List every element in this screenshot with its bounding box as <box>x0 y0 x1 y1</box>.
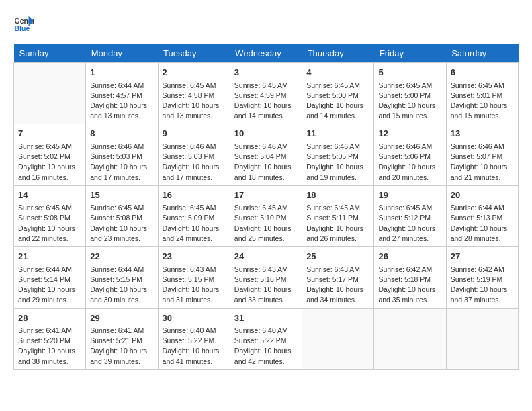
calendar-cell <box>14 63 86 124</box>
calendar-cell: 6Sunrise: 6:45 AM Sunset: 5:01 PM Daylig… <box>446 63 518 124</box>
weekday-header-row: SundayMondayTuesdayWednesdayThursdayFrid… <box>14 44 519 63</box>
calendar-cell: 23Sunrise: 6:43 AM Sunset: 5:15 PM Dayli… <box>158 247 230 308</box>
calendar-cell: 10Sunrise: 6:46 AM Sunset: 5:04 PM Dayli… <box>230 124 302 185</box>
day-number: 21 <box>18 250 81 263</box>
calendar-cell: 28Sunrise: 6:41 AM Sunset: 5:20 PM Dayli… <box>14 308 86 369</box>
weekday-header-thursday: Thursday <box>302 44 374 63</box>
day-info: Sunrise: 6:45 AM Sunset: 5:01 PM Dayligh… <box>451 81 514 122</box>
day-info: Sunrise: 6:46 AM Sunset: 5:03 PM Dayligh… <box>163 142 226 183</box>
calendar-cell: 19Sunrise: 6:45 AM Sunset: 5:12 PM Dayli… <box>374 185 446 246</box>
calendar-cell: 3Sunrise: 6:45 AM Sunset: 4:59 PM Daylig… <box>230 63 302 124</box>
day-info: Sunrise: 6:45 AM Sunset: 5:12 PM Dayligh… <box>378 203 441 244</box>
day-number: 12 <box>378 127 441 140</box>
calendar-cell: 31Sunrise: 6:40 AM Sunset: 5:22 PM Dayli… <box>230 308 302 369</box>
calendar-cell: 26Sunrise: 6:42 AM Sunset: 5:18 PM Dayli… <box>374 247 446 308</box>
day-info: Sunrise: 6:45 AM Sunset: 5:00 PM Dayligh… <box>378 81 441 122</box>
weekday-header-wednesday: Wednesday <box>230 44 302 63</box>
calendar-cell: 18Sunrise: 6:45 AM Sunset: 5:11 PM Dayli… <box>302 185 374 246</box>
weekday-header-monday: Monday <box>86 44 158 63</box>
day-info: Sunrise: 6:46 AM Sunset: 5:06 PM Dayligh… <box>378 142 441 183</box>
day-info: Sunrise: 6:45 AM Sunset: 4:59 PM Dayligh… <box>234 81 298 122</box>
calendar-cell: 17Sunrise: 6:45 AM Sunset: 5:10 PM Dayli… <box>230 185 302 246</box>
day-info: Sunrise: 6:43 AM Sunset: 5:15 PM Dayligh… <box>163 265 226 306</box>
day-number: 24 <box>234 250 298 263</box>
page-header: General Blue <box>13 13 519 34</box>
day-number: 30 <box>163 312 226 325</box>
calendar-cell: 27Sunrise: 6:42 AM Sunset: 5:19 PM Dayli… <box>446 247 518 308</box>
day-info: Sunrise: 6:46 AM Sunset: 5:07 PM Dayligh… <box>451 142 514 183</box>
day-number: 29 <box>90 312 153 325</box>
day-info: Sunrise: 6:44 AM Sunset: 5:14 PM Dayligh… <box>18 265 81 306</box>
day-info: Sunrise: 6:40 AM Sunset: 5:22 PM Dayligh… <box>234 326 298 367</box>
weekday-header-saturday: Saturday <box>446 44 518 63</box>
calendar-cell: 24Sunrise: 6:43 AM Sunset: 5:16 PM Dayli… <box>230 247 302 308</box>
day-number: 28 <box>18 312 81 325</box>
svg-text:Blue: Blue <box>15 24 30 32</box>
day-number: 26 <box>378 250 441 263</box>
calendar-cell: 25Sunrise: 6:43 AM Sunset: 5:17 PM Dayli… <box>302 247 374 308</box>
calendar-cell: 11Sunrise: 6:46 AM Sunset: 5:05 PM Dayli… <box>302 124 374 185</box>
weekday-header-tuesday: Tuesday <box>158 44 230 63</box>
day-number: 1 <box>90 66 153 79</box>
day-number: 27 <box>451 250 514 263</box>
day-number: 23 <box>163 250 226 263</box>
calendar-cell: 8Sunrise: 6:46 AM Sunset: 5:03 PM Daylig… <box>86 124 158 185</box>
day-info: Sunrise: 6:45 AM Sunset: 5:08 PM Dayligh… <box>90 203 153 244</box>
day-number: 22 <box>90 250 153 263</box>
calendar-table: SundayMondayTuesdayWednesdayThursdayFrid… <box>13 44 519 370</box>
day-info: Sunrise: 6:41 AM Sunset: 5:20 PM Dayligh… <box>18 326 81 367</box>
day-number: 3 <box>234 66 298 79</box>
day-number: 10 <box>234 127 298 140</box>
calendar-cell: 21Sunrise: 6:44 AM Sunset: 5:14 PM Dayli… <box>14 247 86 308</box>
calendar-cell: 29Sunrise: 6:41 AM Sunset: 5:21 PM Dayli… <box>86 308 158 369</box>
calendar-cell: 16Sunrise: 6:45 AM Sunset: 5:09 PM Dayli… <box>158 185 230 246</box>
calendar-cell <box>302 308 374 369</box>
day-info: Sunrise: 6:41 AM Sunset: 5:21 PM Dayligh… <box>90 326 153 367</box>
day-number: 20 <box>451 189 514 202</box>
day-info: Sunrise: 6:45 AM Sunset: 5:08 PM Dayligh… <box>18 203 81 244</box>
calendar-cell: 22Sunrise: 6:44 AM Sunset: 5:15 PM Dayli… <box>86 247 158 308</box>
day-info: Sunrise: 6:45 AM Sunset: 5:02 PM Dayligh… <box>18 142 81 183</box>
calendar-cell: 13Sunrise: 6:46 AM Sunset: 5:07 PM Dayli… <box>446 124 518 185</box>
day-info: Sunrise: 6:44 AM Sunset: 4:57 PM Dayligh… <box>90 81 153 122</box>
day-info: Sunrise: 6:46 AM Sunset: 5:05 PM Dayligh… <box>306 142 369 183</box>
calendar-cell: 5Sunrise: 6:45 AM Sunset: 5:00 PM Daylig… <box>374 63 446 124</box>
day-info: Sunrise: 6:42 AM Sunset: 5:19 PM Dayligh… <box>451 265 514 306</box>
day-number: 7 <box>18 127 81 140</box>
day-info: Sunrise: 6:46 AM Sunset: 5:04 PM Dayligh… <box>234 142 298 183</box>
calendar-cell: 1Sunrise: 6:44 AM Sunset: 4:57 PM Daylig… <box>86 63 158 124</box>
day-info: Sunrise: 6:44 AM Sunset: 5:13 PM Dayligh… <box>451 203 514 244</box>
day-number: 6 <box>451 66 514 79</box>
day-number: 25 <box>306 250 369 263</box>
day-info: Sunrise: 6:45 AM Sunset: 5:10 PM Dayligh… <box>234 203 298 244</box>
calendar-cell: 2Sunrise: 6:45 AM Sunset: 4:58 PM Daylig… <box>158 63 230 124</box>
day-info: Sunrise: 6:45 AM Sunset: 5:09 PM Dayligh… <box>163 203 226 244</box>
day-info: Sunrise: 6:40 AM Sunset: 5:22 PM Dayligh… <box>163 326 226 367</box>
calendar-cell: 12Sunrise: 6:46 AM Sunset: 5:06 PM Dayli… <box>374 124 446 185</box>
calendar-cell: 30Sunrise: 6:40 AM Sunset: 5:22 PM Dayli… <box>158 308 230 369</box>
calendar-cell: 4Sunrise: 6:45 AM Sunset: 5:00 PM Daylig… <box>302 63 374 124</box>
day-number: 14 <box>18 189 81 202</box>
day-info: Sunrise: 6:43 AM Sunset: 5:17 PM Dayligh… <box>306 265 369 306</box>
day-info: Sunrise: 6:45 AM Sunset: 5:11 PM Dayligh… <box>306 203 369 244</box>
weekday-header-sunday: Sunday <box>14 44 86 63</box>
day-info: Sunrise: 6:44 AM Sunset: 5:15 PM Dayligh… <box>90 265 153 306</box>
day-number: 9 <box>163 127 226 140</box>
day-info: Sunrise: 6:42 AM Sunset: 5:18 PM Dayligh… <box>378 265 441 306</box>
logo: General Blue <box>13 13 34 34</box>
calendar-cell: 7Sunrise: 6:45 AM Sunset: 5:02 PM Daylig… <box>14 124 86 185</box>
day-number: 13 <box>451 127 514 140</box>
calendar-cell: 20Sunrise: 6:44 AM Sunset: 5:13 PM Dayli… <box>446 185 518 246</box>
week-row-1: 1Sunrise: 6:44 AM Sunset: 4:57 PM Daylig… <box>14 63 519 124</box>
calendar-cell: 9Sunrise: 6:46 AM Sunset: 5:03 PM Daylig… <box>158 124 230 185</box>
calendar-cell <box>374 308 446 369</box>
day-number: 2 <box>163 66 226 79</box>
day-number: 5 <box>378 66 441 79</box>
logo-icon: General Blue <box>13 13 34 34</box>
day-number: 4 <box>306 66 369 79</box>
week-row-2: 7Sunrise: 6:45 AM Sunset: 5:02 PM Daylig… <box>14 124 519 185</box>
calendar-cell: 14Sunrise: 6:45 AM Sunset: 5:08 PM Dayli… <box>14 185 86 246</box>
day-number: 18 <box>306 189 369 202</box>
day-number: 8 <box>90 127 153 140</box>
day-number: 16 <box>163 189 226 202</box>
